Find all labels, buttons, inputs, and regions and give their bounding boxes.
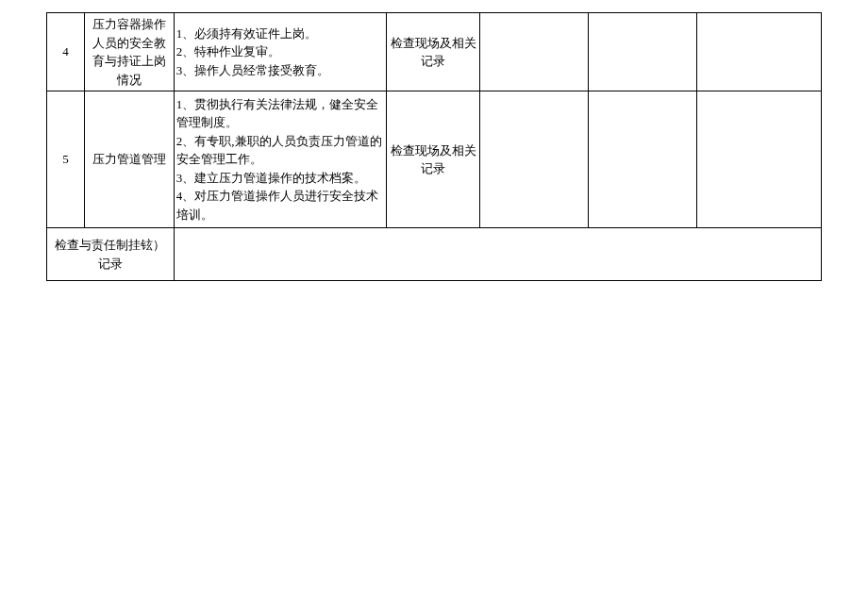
table-row: 5 压力管道管理 1、贯彻执行有关法律法规，健全安全管理制度。 2、有专职,兼职… [47, 91, 822, 228]
row-number-cell: 4 [47, 13, 85, 91]
row-method-cell: 检查现场及相关记录 [386, 13, 480, 91]
table-row: 4 压力容器操作人员的安全教育与持证上岗情况 1、必须持有效证件上岗。 2、特种… [47, 13, 822, 91]
row-content-cell: 1、必须持有效证件上岗。 2、特种作业复审。 3、操作人员经常接受教育。 [174, 13, 386, 91]
row-title-cell: 压力容器操作人员的安全教育与持证上岗情况 [84, 13, 174, 91]
footer-label: 检查与责任制挂铉）记录 [55, 238, 165, 271]
row-method: 检查现场及相关记录 [391, 143, 476, 176]
row-content: 1、贯彻执行有关法律法规，健全安全管理制度。 2、有专职,兼职的人员负责压力管道… [176, 97, 382, 222]
row-cell-5 [480, 13, 589, 91]
row-title: 压力容器操作人员的安全教育与持证上岗情况 [92, 17, 166, 87]
row-number: 5 [62, 152, 69, 166]
row-cell-7 [697, 13, 822, 91]
row-cell-6 [589, 91, 697, 228]
row-cell-5 [480, 91, 589, 228]
row-number-cell: 5 [47, 91, 85, 228]
row-title-cell: 压力管道管理 [84, 91, 174, 228]
table-footer-row: 检查与责任制挂铉）记录 [47, 228, 822, 281]
footer-content-cell [174, 228, 821, 281]
document-page: 4 压力容器操作人员的安全教育与持证上岗情况 1、必须持有效证件上岗。 2、特种… [0, 0, 868, 614]
row-title: 压力管道管理 [92, 152, 166, 166]
inspection-table: 4 压力容器操作人员的安全教育与持证上岗情况 1、必须持有效证件上岗。 2、特种… [46, 12, 822, 281]
row-content-cell: 1、贯彻执行有关法律法规，健全安全管理制度。 2、有专职,兼职的人员负责压力管道… [174, 91, 386, 228]
row-content: 1、必须持有效证件上岗。 2、特种作业复审。 3、操作人员经常接受教育。 [176, 26, 330, 77]
row-method-cell: 检查现场及相关记录 [386, 91, 480, 228]
row-number: 4 [62, 44, 69, 58]
row-cell-6 [589, 13, 697, 91]
footer-label-cell: 检查与责任制挂铉）记录 [47, 228, 175, 281]
row-method: 检查现场及相关记录 [391, 36, 476, 69]
row-cell-7 [697, 91, 822, 228]
